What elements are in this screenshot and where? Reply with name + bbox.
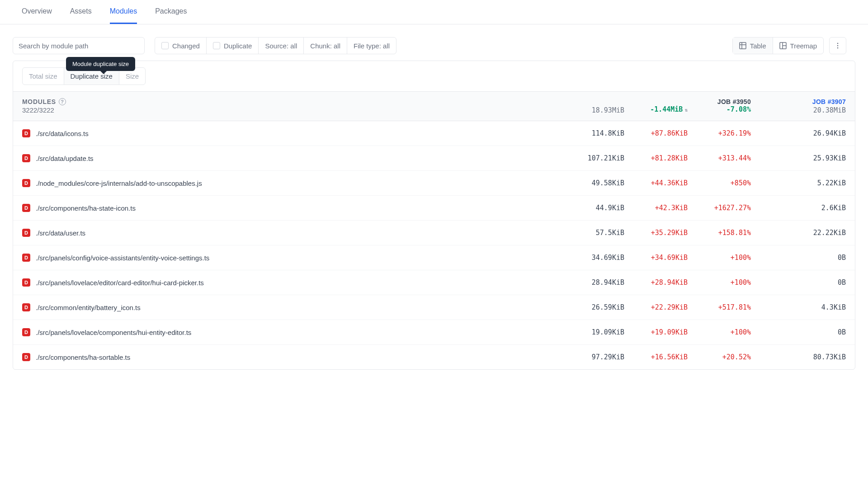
table-row[interactable]: D./src/data/user.ts57.5KiB+35.29KiB+158.… [13,221,855,245]
modules-count: 3222/3222 [22,106,547,114]
controls-bar: Module duplicate size Changed Duplicate … [0,24,868,54]
filter-changed[interactable]: Changed [155,38,207,54]
size-tabs: Total size Duplicate size Size [13,61,855,91]
table-row[interactable]: D./src/data/update.ts107.21KiB+81.28KiB+… [13,146,855,171]
job-b-label[interactable]: JOB #3907 [751,98,846,105]
svg-point-8 [837,47,839,49]
col-job-a: 18.93MiB [547,98,624,114]
size-delta: +16.56KiB [624,353,688,361]
total-a: 18.93MiB [547,106,624,114]
size-b: 5.22KiB [751,179,846,187]
table-row[interactable]: D./src/data/icons.ts114.8KiB+87.86KiB+32… [13,121,855,146]
filter-group: Changed Duplicate Source: all Chunk: all… [155,37,396,54]
module-path: ./node_modules/core-js/internals/add-to-… [36,179,547,187]
filter-duplicate-label: Duplicate [224,42,252,50]
duplicate-badge-icon: D [22,278,30,287]
tooltip: Module duplicate size [66,57,135,71]
view-treemap-label: Treemap [790,42,817,50]
size-a: 34.69KiB [547,254,624,262]
size-delta: +34.69KiB [624,254,688,262]
help-icon[interactable]: ? [59,98,66,105]
filter-changed-label: Changed [172,42,200,50]
size-a: 114.8KiB [547,129,624,137]
size-a: 97.29KiB [547,353,624,361]
size-delta-pct: +517.81% [688,303,751,311]
duplicate-badge-icon: D [22,303,30,311]
duplicate-badge-icon: D [22,353,30,361]
size-delta-pct: +100% [688,254,751,262]
delta-value: -1.44MiB⇅ [624,105,688,113]
filter-filetype[interactable]: File type: all [347,38,396,54]
size-delta: +42.3KiB [624,204,688,212]
module-path: ./src/panels/lovelace/components/hui-ent… [36,329,547,336]
size-delta: +28.94KiB [624,278,688,287]
size-a: 19.09KiB [547,328,624,336]
size-b: 22.22KiB [751,229,846,237]
module-path: ./src/data/update.ts [36,155,547,162]
col-job-b[interactable]: JOB #3907 20.38MiB [751,98,846,114]
duplicate-badge-icon: D [22,129,30,137]
size-delta-pct: +326.19% [688,129,751,137]
view-table-label: Table [750,42,766,50]
module-path: ./src/data/icons.ts [36,130,547,137]
table-row[interactable]: D./node_modules/core-js/internals/add-to… [13,171,855,196]
size-delta: +35.29KiB [624,229,688,237]
table-header: MODULES ? 3222/3222 18.93MiB -1.44MiB⇅ J… [13,91,855,121]
duplicate-badge-icon: D [22,204,30,212]
size-a: 28.94KiB [547,278,624,287]
size-b: 26.94KiB [751,129,846,137]
table-row[interactable]: D./src/components/ha-sortable.ts97.29KiB… [13,345,855,369]
table-row[interactable]: D./src/components/ha-state-icon.ts44.9Ki… [13,196,855,221]
size-a: 49.58KiB [547,179,624,187]
table-row[interactable]: D./src/panels/config/voice-assistants/en… [13,245,855,270]
modules-title: MODULES ? [22,98,547,105]
view-treemap-button[interactable]: Treemap [773,38,823,54]
duplicate-badge-icon: D [22,154,30,162]
table-row[interactable]: D./src/panels/lovelace/editor/card-edito… [13,270,855,295]
size-delta: +44.36KiB [624,179,688,187]
view-toggle: Table Treemap [732,37,824,54]
filter-chunk[interactable]: Chunk: all [304,38,347,54]
module-path: ./src/data/user.ts [36,229,547,237]
module-path: ./src/panels/config/voice-assistants/ent… [36,254,547,262]
filter-source[interactable]: Source: all [259,38,304,54]
modules-table: Total size Duplicate size Size MODULES ?… [13,61,855,370]
size-tab-total[interactable]: Total size [22,67,64,85]
module-path: ./src/common/entity/battery_icon.ts [36,304,547,311]
size-a: 44.9KiB [547,204,624,212]
filter-duplicate[interactable]: Duplicate [207,38,259,54]
size-delta-pct: +20.52% [688,353,751,361]
table-icon [739,42,746,49]
svg-point-7 [837,45,839,47]
module-path: ./src/components/ha-state-icon.ts [36,204,547,212]
module-path: ./src/panels/lovelace/editor/card-editor… [36,279,547,287]
total-b: 20.38MiB [751,106,846,114]
tab-overview[interactable]: Overview [22,0,52,24]
size-delta: +81.28KiB [624,154,688,162]
view-table-button[interactable]: Table [733,38,773,54]
tab-packages[interactable]: Packages [155,0,187,24]
table-row[interactable]: D./src/common/entity/battery_icon.ts26.5… [13,295,855,320]
module-path: ./src/components/ha-sortable.ts [36,353,547,361]
tab-assets[interactable]: Assets [70,0,92,24]
size-b: 2.6KiB [751,204,846,212]
size-delta: +87.86KiB [624,129,688,137]
col-delta[interactable]: -1.44MiB⇅ [624,98,688,114]
search-input[interactable] [13,37,145,54]
size-delta: +22.29KiB [624,303,688,311]
size-delta-pct: +100% [688,278,751,287]
table-row[interactable]: D./src/panels/lovelace/components/hui-en… [13,320,855,345]
size-delta-pct: +1627.27% [688,204,751,212]
size-delta-pct: +100% [688,328,751,336]
more-vertical-icon [834,42,841,49]
delta-pct-value: -7.08% [688,105,751,113]
table-body: D./src/data/icons.ts114.8KiB+87.86KiB+32… [13,121,855,369]
size-a: 107.21KiB [547,154,624,162]
more-button[interactable] [829,37,846,54]
size-b: 0B [751,328,846,336]
size-delta-pct: +158.81% [688,229,751,237]
duplicate-badge-icon: D [22,229,30,237]
tab-modules[interactable]: Modules [110,0,137,24]
duplicate-badge-icon: D [22,179,30,187]
size-b: 0B [751,254,846,262]
